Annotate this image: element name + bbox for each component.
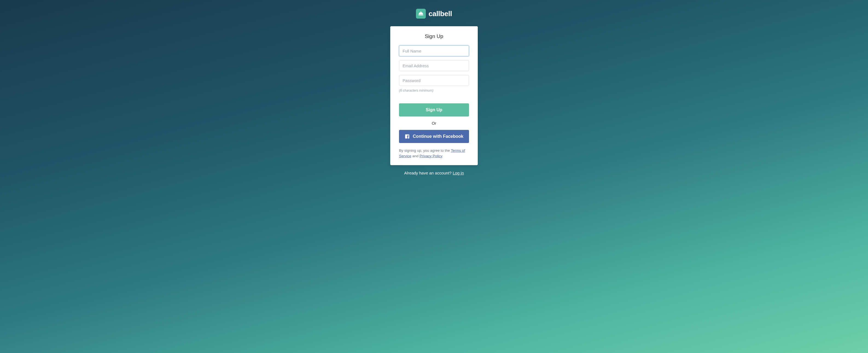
signup-card: Sign Up (6 characters minimum) Sign Up O… — [390, 26, 478, 165]
login-prompt-text: Already have an account? — [404, 171, 453, 175]
legal-prefix: By signing up, you agree to the — [399, 149, 451, 153]
privacy-policy-link[interactable]: Privacy Policy — [420, 154, 442, 158]
brand-logo-badge — [416, 9, 426, 19]
fullname-input[interactable] — [399, 45, 469, 56]
facebook-icon — [405, 134, 410, 139]
legal-and: and — [411, 154, 420, 158]
brand-name: callbell — [429, 9, 452, 18]
email-input[interactable] — [399, 60, 469, 71]
svg-point-0 — [421, 11, 422, 12]
continue-with-facebook-button[interactable]: Continue with Facebook — [399, 130, 469, 143]
svg-rect-1 — [418, 15, 423, 15]
or-divider: Or — [399, 121, 469, 126]
signup-button[interactable]: Sign Up — [399, 103, 469, 117]
login-link[interactable]: Log in — [453, 171, 464, 175]
login-prompt-row: Already have an account? Log in — [404, 171, 464, 175]
card-title: Sign Up — [399, 33, 469, 39]
legal-text: By signing up, you agree to the Terms of… — [399, 148, 469, 159]
password-hint: (6 characters minimum) — [399, 89, 469, 92]
facebook-button-label: Continue with Facebook — [413, 134, 464, 139]
password-input[interactable] — [399, 75, 469, 86]
brand-logo-row: callbell — [416, 9, 452, 19]
bell-icon — [417, 10, 424, 17]
